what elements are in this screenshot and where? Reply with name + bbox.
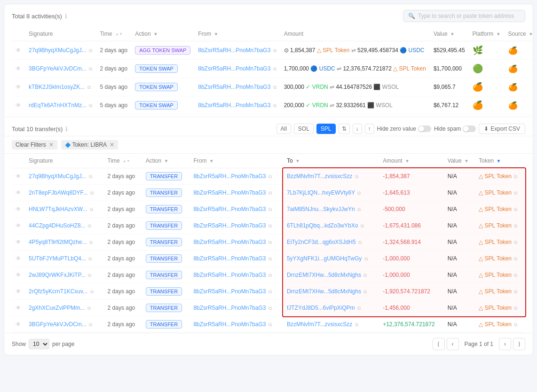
signature-link[interactable]: 2nT8epFJbAWq8DYF... <box>29 189 88 196</box>
copy-icon[interactable]: ⧉ <box>514 174 517 179</box>
eye-icon[interactable]: 👁 <box>16 84 21 90</box>
token-filter-x[interactable]: ✕ <box>110 141 114 148</box>
signature-link[interactable]: kTBK2JSklm1osyZK... <box>29 84 85 90</box>
btn-sol[interactable]: SOL <box>294 124 314 134</box>
copy-icon[interactable]: ⧉ <box>268 273 272 278</box>
per-page-select[interactable]: 10 25 50 <box>29 339 49 349</box>
prev-page-btn[interactable]: ‹ <box>447 338 459 350</box>
copy-icon[interactable]: ⧉ <box>89 174 92 179</box>
copy-icon[interactable]: ⧉ <box>363 289 367 294</box>
copy-icon[interactable]: ⧉ <box>90 289 94 294</box>
copy-icon[interactable]: ⧉ <box>89 48 92 53</box>
token-cell: △ SPL Token ⧉ <box>475 218 525 234</box>
eye-icon[interactable]: 👁 <box>16 189 21 196</box>
eye-icon[interactable]: 👁 <box>16 102 21 109</box>
action-badge: TRANSFER <box>146 320 182 329</box>
copy-icon[interactable]: ⧉ <box>363 273 367 278</box>
copy-icon[interactable]: ⧉ <box>268 289 272 294</box>
signature-link[interactable]: rdEqTk6ATnHXTnMz... <box>29 102 87 109</box>
copy-icon[interactable]: ⧉ <box>273 103 276 108</box>
btn-spl[interactable]: SPL <box>316 124 336 134</box>
copy-icon[interactable]: ⧉ <box>361 223 364 228</box>
copy-icon[interactable]: ⧉ <box>355 322 358 327</box>
signature-link[interactable]: 4P5yq8T9rfi2tMQzhe... <box>29 239 87 245</box>
page-show-section: Show 10 25 50 per page <box>12 339 74 349</box>
copy-icon[interactable]: ⧉ <box>88 256 92 261</box>
signature-link[interactable]: 2gXhXCuxZviPPMm... <box>29 305 85 311</box>
copy-icon[interactable]: ⧉ <box>273 48 276 53</box>
table-row: 👁 5UTbFJYMuPTLbQ4... ⧉ 2 days ago TRANSF… <box>12 251 525 267</box>
first-page-btn[interactable]: ⟨ <box>433 338 445 350</box>
eye-icon[interactable]: 👁 <box>16 305 21 311</box>
copy-icon[interactable]: ⧉ <box>514 273 517 278</box>
signature-link[interactable]: 27q9BhyqXMuCgJgJ... <box>29 173 87 180</box>
copy-icon[interactable]: ⧉ <box>268 190 272 196</box>
eye-icon[interactable]: 👁 <box>16 206 21 212</box>
copy-icon[interactable]: ⧉ <box>89 66 92 71</box>
copy-icon[interactable]: ⧉ <box>273 66 276 71</box>
copy-icon[interactable]: ⧉ <box>514 306 517 311</box>
clear-filters-x[interactable]: ✕ <box>49 141 54 148</box>
copy-icon[interactable]: ⧉ <box>357 190 361 196</box>
clear-filters-btn[interactable]: Clear Filters ✕ <box>12 140 57 149</box>
copy-icon[interactable]: ⧉ <box>273 85 276 90</box>
eye-icon[interactable]: 👁 <box>16 222 21 229</box>
copy-icon[interactable]: ⧉ <box>87 306 91 311</box>
copy-icon[interactable]: ⧉ <box>268 306 272 311</box>
copy-icon[interactable]: ⧉ <box>88 223 91 228</box>
copy-icon[interactable]: ⧉ <box>514 207 517 212</box>
last-page-btn[interactable]: ⟩ <box>513 338 525 350</box>
copy-icon[interactable]: ⧉ <box>364 256 368 261</box>
copy-icon[interactable]: ⧉ <box>268 240 272 245</box>
copy-icon[interactable]: ⧉ <box>514 322 517 327</box>
eye-icon[interactable]: 👁 <box>16 173 21 180</box>
copy-icon[interactable]: ⧉ <box>268 207 272 212</box>
copy-icon[interactable]: ⧉ <box>514 289 517 294</box>
signature-link[interactable]: 44CZpg4DHuSoHZ8... <box>29 222 86 229</box>
copy-icon[interactable]: ⧉ <box>268 256 272 261</box>
signature-link[interactable]: 2wJ89QrWKFxJKiTP... <box>29 272 86 278</box>
eye-icon[interactable]: 👁 <box>16 47 21 54</box>
btn-transfer-in[interactable]: ⇅ <box>339 124 350 134</box>
copy-icon[interactable]: ⧉ <box>88 273 91 278</box>
copy-icon[interactable]: ⧉ <box>87 85 91 90</box>
search-bar[interactable]: 🔍 Type to search or paste token address <box>403 10 525 22</box>
copy-icon[interactable]: ⧉ <box>268 174 272 179</box>
eye-icon[interactable]: 👁 <box>16 65 21 72</box>
copy-icon[interactable]: ⧉ <box>514 240 517 245</box>
copy-icon[interactable]: ⧉ <box>268 223 272 228</box>
signature-link[interactable]: 2rQfz5yKcrnT1KCxuv... <box>29 288 87 295</box>
signature-link[interactable]: 27q9BhyqXMuCgJgJ... <box>29 47 87 54</box>
copy-icon[interactable]: ⧉ <box>357 306 361 311</box>
btn-down[interactable]: ↓ <box>353 124 362 134</box>
signature-link[interactable]: 3BGFpYeAkVJvDCm... <box>29 65 87 72</box>
signature-link[interactable]: HNLW7TqJkHAzvXW... <box>29 206 87 212</box>
eye-icon[interactable]: 👁 <box>16 288 21 295</box>
copy-icon[interactable]: ⧉ <box>89 103 92 108</box>
btn-all[interactable]: All <box>276 124 291 134</box>
copy-icon[interactable]: ⧉ <box>358 240 362 245</box>
hide-zero-toggle[interactable] <box>418 125 431 132</box>
copy-icon[interactable]: ⧉ <box>89 322 92 327</box>
eye-icon[interactable]: 👁 <box>16 321 21 328</box>
copy-icon[interactable]: ⧉ <box>514 223 517 228</box>
eye-icon[interactable]: 👁 <box>16 239 21 245</box>
token-filter-tag[interactable]: 🔷 Token: LIBRA ✕ <box>61 140 118 149</box>
copy-icon[interactable]: ⧉ <box>514 256 517 261</box>
col-amount: Amount <box>280 27 430 41</box>
copy-icon[interactable]: ⧉ <box>357 207 361 212</box>
copy-icon[interactable]: ⧉ <box>90 207 93 212</box>
btn-up[interactable]: ↑ <box>365 124 374 134</box>
eye-icon[interactable]: 👁 <box>16 255 21 262</box>
next-page-btn[interactable]: › <box>499 338 511 350</box>
copy-icon[interactable]: ⧉ <box>268 322 272 327</box>
eye-icon[interactable]: 👁 <box>16 272 21 278</box>
copy-icon[interactable]: ⧉ <box>355 174 358 179</box>
signature-link[interactable]: 3BGFpYeAkVJvDCm... <box>29 321 87 328</box>
hide-spam-toggle[interactable] <box>463 125 476 132</box>
copy-icon[interactable]: ⧉ <box>90 190 94 196</box>
copy-icon[interactable]: ⧉ <box>514 190 517 196</box>
signature-link[interactable]: 5UTbFJYMuPTLbQ4... <box>29 255 86 262</box>
export-csv-button[interactable]: ⬇ Export CSV <box>479 124 525 134</box>
copy-icon[interactable]: ⧉ <box>89 240 93 245</box>
